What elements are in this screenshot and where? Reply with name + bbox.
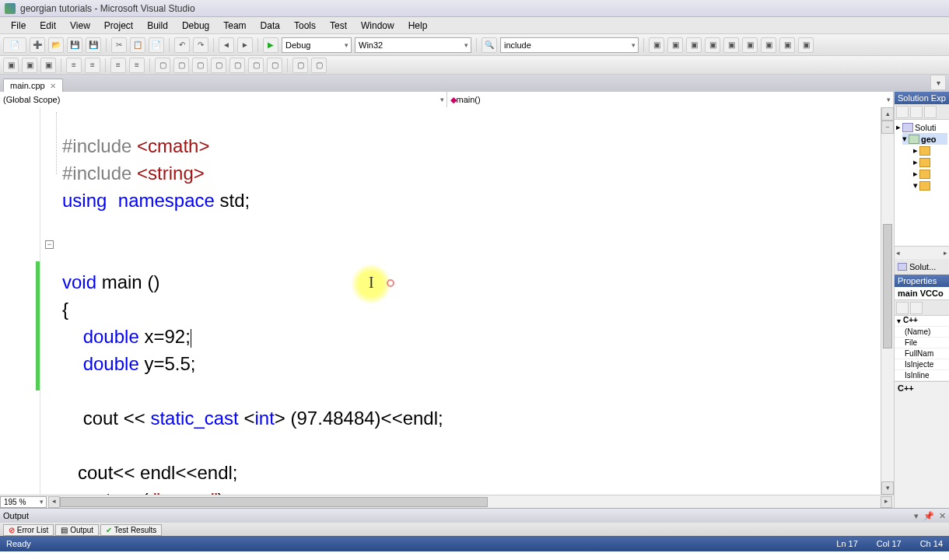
- tb-ext2-button[interactable]: ▣: [667, 37, 683, 53]
- menu-team[interactable]: Team: [217, 19, 252, 33]
- new-project-button[interactable]: 📄: [3, 37, 26, 53]
- cut-button[interactable]: ✂: [111, 37, 127, 53]
- nav-fwd-button[interactable]: ►: [237, 37, 253, 53]
- menu-edit[interactable]: Edit: [33, 19, 62, 33]
- editor-tab[interactable]: main.cpp ✕: [3, 79, 63, 92]
- tree-project-node[interactable]: ▾geo: [902, 133, 947, 145]
- tree-folder-node[interactable]: ▸: [913, 156, 947, 168]
- hscroll-mini[interactable]: ◂▸: [895, 246, 949, 259]
- config-combo[interactable]: Debug: [282, 37, 352, 53]
- comment-button[interactable]: ≡: [110, 58, 126, 73]
- scroll-down-button[interactable]: ▾: [881, 481, 894, 495]
- hscroll-thumb[interactable]: [60, 497, 488, 507]
- tree-folder-node[interactable]: ▾: [913, 180, 947, 191]
- solution-tab[interactable]: Solut...: [895, 259, 949, 275]
- code-editor[interactable]: − #include <cmath> #include <string> usi…: [0, 107, 894, 495]
- bookmark5-button[interactable]: ▢: [229, 58, 245, 73]
- menu-file[interactable]: File: [5, 19, 32, 33]
- menu-build[interactable]: Build: [141, 19, 174, 33]
- find-combo[interactable]: include: [500, 37, 639, 53]
- paste-button[interactable]: 📄: [149, 37, 164, 53]
- tree-solution-node[interactable]: ▸Soluti: [896, 121, 947, 133]
- tab-test-results[interactable]: ✔ Test Results: [100, 524, 162, 536]
- categorized-button[interactable]: [896, 302, 909, 314]
- scroll-right-button[interactable]: ▸: [881, 496, 892, 508]
- object-browser-button[interactable]: ▣: [3, 58, 19, 73]
- increase-indent-button[interactable]: ≡: [85, 58, 100, 73]
- prop-row[interactable]: (Name): [895, 327, 949, 338]
- tb-ext6-button[interactable]: ▣: [742, 37, 758, 53]
- tb-ext9-button[interactable]: ▣: [798, 37, 814, 53]
- properties-grid[interactable]: ▾C++ (Name) File FullNam IsInjecte IsInl…: [895, 316, 949, 381]
- bookmark8-button[interactable]: ▢: [292, 58, 308, 73]
- bookmark7-button[interactable]: ▢: [267, 58, 282, 73]
- close-tab-icon[interactable]: ✕: [50, 82, 56, 90]
- tb-ext3-button[interactable]: ▣: [686, 37, 702, 53]
- tree-folder-node[interactable]: ▸: [913, 145, 947, 156]
- menu-help[interactable]: Help: [402, 19, 434, 33]
- menu-test[interactable]: Test: [324, 19, 353, 33]
- uncomment-button[interactable]: ≡: [129, 58, 145, 73]
- bookmark3-button[interactable]: ▢: [192, 58, 208, 73]
- scroll-thumb[interactable]: [883, 224, 892, 348]
- prop-category[interactable]: ▾C++: [895, 316, 949, 327]
- scope-combo[interactable]: (Global Scope): [0, 92, 447, 107]
- open-button[interactable]: 📂: [48, 37, 64, 53]
- menu-window[interactable]: Window: [355, 19, 401, 33]
- tab-output[interactable]: ▤ Output: [55, 524, 99, 536]
- tab-error-list[interactable]: ⊘ Error List: [3, 524, 54, 536]
- menu-view[interactable]: View: [64, 19, 96, 33]
- menu-data[interactable]: Data: [254, 19, 286, 33]
- bookmark1-button[interactable]: ▢: [155, 58, 170, 73]
- tb-ext1-button[interactable]: ▣: [649, 37, 664, 53]
- solution-btn3[interactable]: [924, 106, 937, 118]
- redo-button[interactable]: ↷: [193, 37, 208, 53]
- zoom-combo[interactable]: 195 %: [0, 496, 47, 508]
- member-list-button[interactable]: ▣: [22, 58, 37, 73]
- output-dropdown-icon[interactable]: ▾: [914, 511, 919, 521]
- bookmark6-button[interactable]: ▢: [248, 58, 264, 73]
- tb-ext5-button[interactable]: ▣: [723, 37, 739, 53]
- menu-project[interactable]: Project: [98, 19, 139, 33]
- save-button[interactable]: 💾: [67, 37, 82, 53]
- prop-row[interactable]: IsInjecte: [895, 359, 949, 370]
- output-titlebar[interactable]: Output ▾ 📌 ✕: [0, 509, 949, 523]
- start-debug-button[interactable]: ▶: [263, 37, 278, 53]
- vertical-scrollbar[interactable]: ▴ − ▾: [881, 107, 894, 495]
- solution-btn1[interactable]: [896, 106, 909, 118]
- bookmark2-button[interactable]: ▢: [173, 58, 189, 73]
- bookmark4-button[interactable]: ▢: [211, 58, 226, 73]
- undo-button[interactable]: ↶: [174, 37, 190, 53]
- decrease-indent-button[interactable]: ≡: [66, 58, 82, 73]
- menu-debug[interactable]: Debug: [176, 19, 215, 33]
- scroll-left-button[interactable]: ◂: [48, 496, 60, 508]
- member-combo[interactable]: ◆ main(): [447, 92, 895, 107]
- split-button[interactable]: −: [881, 121, 894, 134]
- alphabetical-button[interactable]: [910, 302, 923, 314]
- folder-icon: [919, 170, 930, 179]
- param-info-button[interactable]: ▣: [40, 58, 56, 73]
- tb-ext4-button[interactable]: ▣: [705, 37, 720, 53]
- prop-row[interactable]: File: [895, 338, 949, 348]
- solution-tree[interactable]: ▸Soluti ▾geo ▸ ▸ ▸ ▾: [895, 120, 949, 246]
- copy-button[interactable]: 📋: [130, 37, 145, 53]
- save-all-button[interactable]: 💾: [86, 37, 101, 53]
- horizontal-scrollbar[interactable]: ◂ ▸: [48, 496, 892, 508]
- find-in-files-button[interactable]: 🔍: [482, 37, 497, 53]
- platform-combo[interactable]: Win32: [355, 37, 471, 53]
- code-content[interactable]: #include <cmath> #include <string> using…: [40, 107, 881, 495]
- output-pin-icon[interactable]: 📌: [923, 511, 934, 521]
- nav-back-button[interactable]: ◄: [219, 37, 234, 53]
- bookmark9-button[interactable]: ▢: [311, 58, 327, 73]
- menu-tools[interactable]: Tools: [288, 19, 322, 33]
- tb-ext8-button[interactable]: ▣: [779, 37, 795, 53]
- add-item-button[interactable]: ➕: [30, 37, 45, 53]
- output-close-icon[interactable]: ✕: [939, 511, 946, 521]
- solution-btn2[interactable]: [910, 106, 923, 118]
- scroll-up-button[interactable]: ▴: [881, 107, 894, 121]
- prop-row[interactable]: FullNam: [895, 348, 949, 359]
- tree-folder-node[interactable]: ▸: [913, 168, 947, 180]
- prop-row[interactable]: IsInline: [895, 370, 949, 381]
- tabstrip-dropdown-button[interactable]: ▾: [930, 75, 946, 90]
- tb-ext7-button[interactable]: ▣: [761, 37, 776, 53]
